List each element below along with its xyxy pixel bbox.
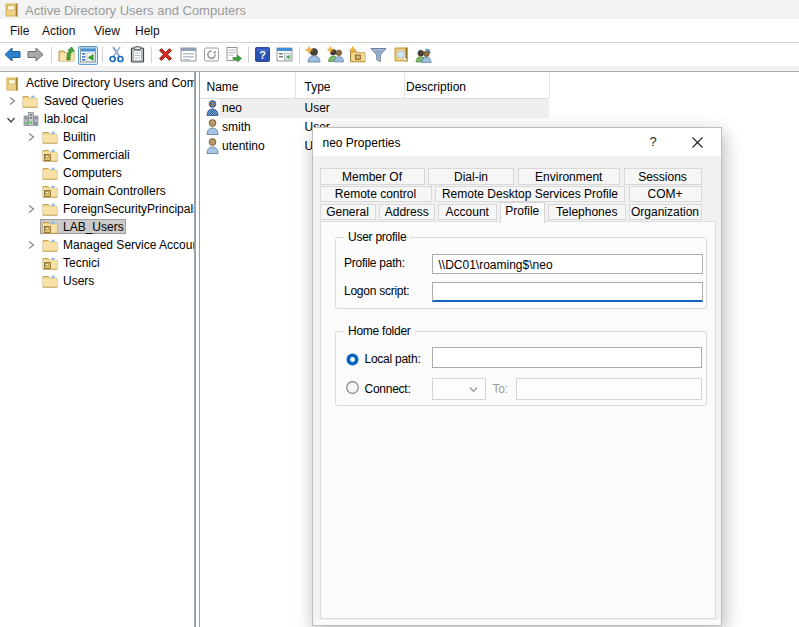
svg-text:?: ? [259, 49, 266, 61]
